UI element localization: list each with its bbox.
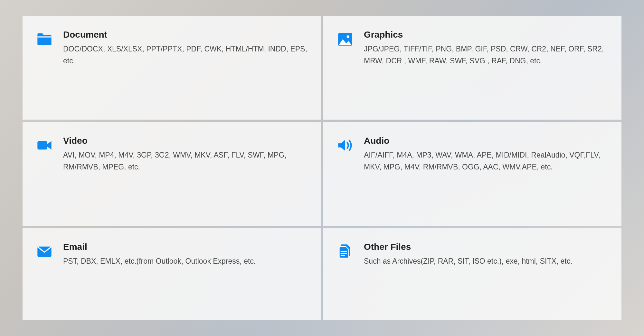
card-title: Graphics — [364, 30, 609, 40]
file-type-grid: Document DOC/DOCX, XLS/XLSX, PPT/PPTX, P… — [0, 0, 644, 336]
video-camera-icon — [35, 136, 53, 154]
card-title: Email — [63, 242, 308, 252]
files-icon — [336, 242, 354, 260]
card-title: Video — [63, 136, 308, 146]
card-title: Audio — [364, 136, 609, 146]
card-description: JPG/JPEG, TIFF/TIF, PNG, BMP, GIF, PSD, … — [364, 43, 609, 67]
folder-icon — [35, 30, 53, 48]
image-icon — [336, 30, 354, 48]
envelope-icon — [35, 242, 53, 260]
card-description: DOC/DOCX, XLS/XLSX, PPT/PPTX, PDF, CWK, … — [63, 43, 308, 67]
card-other-files: Other Files Such as Archives(ZIP, RAR, S… — [323, 228, 621, 320]
card-description: AVI, MOV, MP4, M4V, 3GP, 3G2, WMV, MKV, … — [63, 149, 308, 173]
card-video: Video AVI, MOV, MP4, M4V, 3GP, 3G2, WMV,… — [23, 122, 321, 226]
svg-rect-7 — [37, 141, 47, 150]
card-document: Document DOC/DOCX, XLS/XLSX, PPT/PPTX, P… — [23, 16, 321, 120]
card-email: Email PST, DBX, EMLX, etc.(from Outlook,… — [23, 228, 321, 320]
card-description: AIF/AIFF, M4A, MP3, WAV, WMA, APE, MID/M… — [364, 149, 609, 173]
card-graphics: Graphics JPG/JPEG, TIFF/TIF, PNG, BMP, G… — [323, 16, 621, 120]
card-description: PST, DBX, EMLX, etc.(from Outlook, Outlo… — [63, 255, 308, 267]
svg-rect-0 — [37, 36, 51, 37]
card-audio: Audio AIF/AIFF, M4A, MP3, WAV, WMA, APE,… — [323, 122, 621, 226]
card-title: Document — [63, 30, 308, 40]
card-description: Such as Archives(ZIP, RAR, SIT, ISO etc.… — [364, 255, 609, 267]
card-title: Other Files — [364, 242, 609, 252]
speaker-icon — [336, 136, 354, 154]
svg-point-6 — [346, 35, 349, 38]
